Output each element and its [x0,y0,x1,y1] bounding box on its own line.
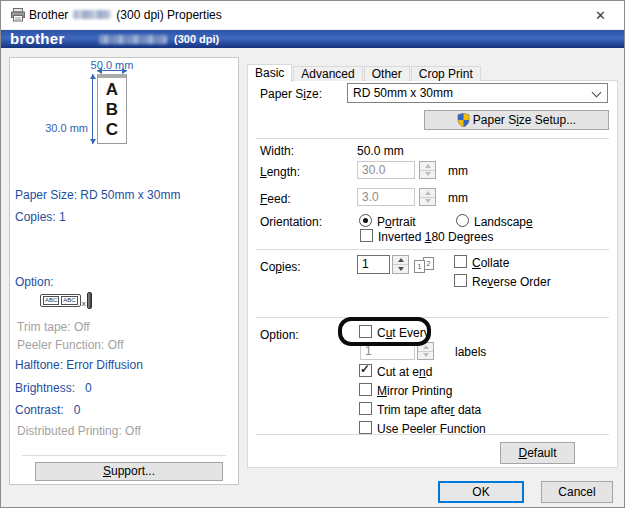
cut-at-end-label[interactable]: Cut at end [377,365,432,379]
tab-strip: Basic Advanced Other Crop Print [247,63,482,81]
stepper-up-icon [418,343,433,351]
portrait-radio[interactable] [359,214,372,227]
inverted-180-label[interactable]: Inverted 180 Degrees [378,230,493,244]
feed-label: Feed: [260,192,291,206]
cancel-button[interactable]: Cancel [541,481,613,503]
stepper-down-icon [393,264,408,273]
use-peeler-function-checkbox[interactable] [359,421,372,434]
tab-other[interactable]: Other [364,66,410,81]
cut-every-checkbox[interactable] [359,325,372,338]
uac-shield-icon [457,113,470,127]
length-input: 30.0 [357,161,415,179]
tab-advanced[interactable]: Advanced [293,66,362,81]
cut-every-label[interactable]: Cut Every [377,326,430,340]
length-stepper [419,161,436,179]
copies-stepper[interactable] [392,255,409,274]
label-preview-sample-text: A B C [98,80,126,140]
reverse-order-checkbox[interactable] [454,274,467,287]
section-separator-3 [256,317,609,318]
summary-distributed-printing: Distributed Printing: Off [17,424,141,438]
label-preview: A B C [97,74,127,144]
default-button[interactable]: Default [500,442,575,464]
length-label: Length: [260,165,300,179]
stepper-up-icon [393,256,408,264]
paper-size-setup-label: Paper Size Setup... [473,113,576,127]
stepper-down-icon [420,197,435,206]
settings-summary-panel: 50.0 mm 30.0 mm A B C Paper Size: RD 50m… [9,57,239,485]
brand-banner: brother (300 dpi) [1,30,624,48]
brother-logo: brother [10,31,65,47]
collate-page-1: 1 [414,260,425,273]
feed-input: 3.0 [357,188,415,206]
stepper-up-icon [420,162,435,170]
summary-contrast: Contrast: 0 [15,403,80,417]
summary-peeler-function: Peeler Function: Off [17,338,124,352]
width-value: 50.0 mm [357,144,404,158]
stepper-down-icon [420,170,435,179]
height-arrow-icon [92,74,93,144]
option-label: Option: [260,328,299,342]
copies-input[interactable]: 1 [357,255,390,274]
window-title: Brother(300 dpi) Properties [29,1,222,29]
summary-option: Option: [15,275,54,289]
landscape-radio[interactable] [456,214,469,227]
mirror-printing-label[interactable]: Mirror Printing [377,384,452,398]
cutter-blade-icon [87,292,92,309]
preview-height-dimension: 30.0 mm [20,122,88,134]
cut-every-count-stepper [417,342,434,360]
orientation-label: Orientation: [260,215,322,229]
section-separator-4 [256,434,609,435]
tab-crop-print[interactable]: Crop Print [411,66,481,81]
length-unit: mm [448,164,468,178]
stepper-down-icon [418,351,433,360]
printer-properties-dialog: Brother(300 dpi) Properties ✕ brother (3… [0,0,625,508]
mirror-printing-checkbox[interactable] [359,383,372,396]
close-button[interactable]: ✕ [578,2,623,29]
summary-copies: Copies: 1 [15,210,66,224]
summary-paper-size: Paper Size: RD 50mm x 30mm [15,188,180,202]
section-separator-1 [256,138,609,139]
title-bar: Brother(300 dpi) Properties ✕ [1,1,624,29]
paper-size-setup-button[interactable]: Paper Size Setup... [424,110,609,130]
trim-tape-after-data-checkbox[interactable] [359,402,372,415]
feed-unit: mm [448,191,468,205]
ok-button[interactable]: OK [438,481,524,503]
support-button[interactable]: Support... [35,462,223,481]
redacted-model-name [73,10,111,19]
inverted-180-checkbox[interactable] [360,229,373,242]
landscape-radio-label[interactable]: Landscape [474,215,533,229]
reverse-order-label[interactable]: Reverse Order [472,275,551,289]
width-arrow-icon [97,70,127,71]
tab-basic[interactable]: Basic [247,64,292,82]
section-separator-2 [256,249,609,250]
summary-brightness: Brightness: 0 [15,381,92,395]
cut-every-labels-suffix: labels [455,345,486,359]
cut-at-end-checkbox[interactable] [359,364,372,377]
width-label: Width: [260,144,294,158]
cut-option-icon: ABCABC x [40,290,92,310]
paper-size-label: Paper Size: [260,87,322,101]
portrait-radio-label[interactable]: Portrait [377,215,416,229]
copies-label: Copies: [260,260,301,274]
cut-option-x: x [82,299,86,308]
chevron-down-icon [592,88,602,98]
stepper-up-icon [420,189,435,197]
banner-dpi-text: (300 dpi) [174,30,219,48]
collate-pages-icon: 2 1 [414,257,436,274]
trim-tape-after-data-label[interactable]: Trim tape after data [377,403,481,417]
summary-trim-tape: Trim tape: Off [17,320,90,334]
feed-stepper [419,188,436,206]
support-separator [22,455,226,456]
collate-checkbox[interactable] [454,255,467,268]
cut-option-labels-icon: ABCABC [40,294,81,307]
paper-size-value: RD 50mm x 30mm [353,86,453,100]
redacted-model-name-banner [99,35,167,44]
cut-every-count-input: 1 [360,342,415,360]
summary-halftone: Halftone: Error Diffusion [15,358,143,372]
collate-label[interactable]: Collate [472,256,509,270]
basic-tab-panel: Paper Size: RD 50mm x 30mm Paper Size Se… [247,80,618,468]
paper-size-dropdown[interactable]: RD 50mm x 30mm [347,83,608,103]
printer-icon [10,7,26,23]
